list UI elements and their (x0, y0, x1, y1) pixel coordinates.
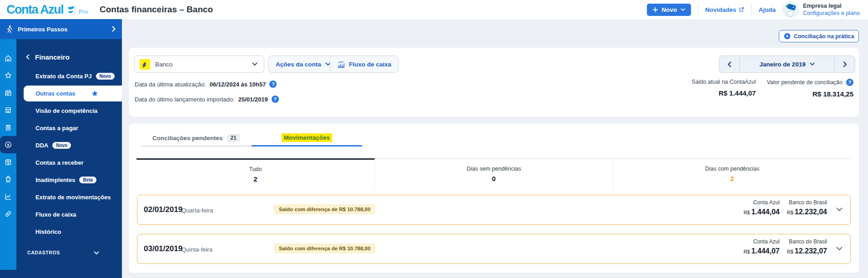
favorite-star-icon[interactable] (91, 90, 98, 97)
sidebar-item-extrato-movimentacoes[interactable]: Extrato de movimentações (16, 188, 122, 206)
saldo-atual-column: Saldo atual na ContaAzul R$ 1.444,07 (691, 79, 756, 98)
fluxo-label: Fluxo de caixa (349, 61, 391, 68)
conta-azul-label: Conta Azul (753, 238, 780, 245)
sidebar-item-contas-receber[interactable]: Contas a receber (16, 154, 122, 171)
rail-star-icon[interactable] (0, 67, 16, 84)
logo-pro-badge: Pro (79, 9, 88, 15)
row-weekday: Quinta-feira (182, 246, 212, 253)
chevron-right-icon[interactable] (112, 26, 116, 32)
top-header: Conta Azul Pro Contas financeiras – Banc… (0, 0, 868, 19)
sidebar-item-visao-competencia[interactable]: Visão de competência (16, 102, 122, 119)
fluxo-de-caixa-button[interactable]: Fluxo de caixa (330, 56, 399, 73)
help-icon[interactable]: ? (846, 79, 853, 86)
divider (698, 4, 698, 15)
month-select[interactable]: Janeiro de 2019 (740, 56, 834, 72)
svg-text:$: $ (7, 143, 10, 147)
rail-clipboard-icon[interactable] (0, 119, 16, 136)
days-filter-strip: Tudo 2 Dias sem pendências 0 Dias com pe… (136, 158, 851, 189)
beta-badge: Beta (79, 177, 96, 183)
ajuda-label: Ajuda (758, 6, 776, 13)
page-title: Contas financeiras – Banco (100, 5, 213, 15)
conta-azul-balance: Conta Azul R$1.444,07 (743, 238, 779, 255)
movements-card: Conciliações pendentes 21 Movimentações … (129, 124, 859, 273)
banco-do-brasil-label: Banco do Brasil (789, 238, 827, 245)
last-update-value: 06/12/2024 às 10h57 (210, 81, 266, 88)
sidebar-item-extrato-conta-pj[interactable]: Extrato da Conta PJ Novo (16, 67, 122, 85)
currency: R$ (743, 249, 750, 254)
filter-dias-sem-pendencias[interactable]: Dias sem pendências 0 (375, 158, 613, 189)
row-balances: Conta Azul R$1.444,04 Banco do Brasil R$… (743, 199, 827, 216)
novidades-link[interactable]: Novidades (705, 6, 744, 13)
sidebar-menu: Financeiro Extrato da Conta PJ Novo Outr… (16, 39, 122, 278)
logo-text: Conta Azul (6, 3, 63, 17)
item-label: Outras contas (35, 90, 75, 97)
novo-button[interactable]: Novo (647, 4, 691, 16)
company-name: Empresa legal (803, 3, 842, 9)
cash-flow-chart-icon (337, 61, 345, 68)
filter-tudo[interactable]: Tudo 2 (136, 158, 375, 189)
rail-link-icon[interactable] (0, 205, 16, 222)
filter-dias-com-pendencias[interactable]: Dias com pendências 2 (613, 158, 851, 189)
header-actions: Novo Novidades Ajuda Empresa legal Confi… (647, 1, 860, 18)
expand-chevron-icon[interactable] (836, 247, 843, 251)
sidebar-item-inadimplentes[interactable]: Inadimplentes Beta (16, 171, 122, 188)
sidebar-item-fluxo-caixa[interactable]: Fluxo de caixa (16, 206, 122, 223)
settings-link[interactable]: Configurações e plano (803, 10, 860, 16)
novidades-label: Novidades (705, 6, 736, 13)
account-texts: Empresa legal Configurações e plano (803, 3, 860, 16)
sidebar-section-financeiro[interactable]: Financeiro (16, 51, 122, 63)
next-month-button[interactable] (834, 56, 855, 72)
primeiros-passos-banner[interactable]: Primeiros Passos (0, 19, 122, 39)
svg-text:$: $ (7, 162, 9, 165)
rail-store-icon[interactable] (0, 101, 16, 119)
last-import-line: Data do último lançamento importado: 25/… (135, 96, 279, 103)
rail-calendar-dollar-icon[interactable]: $ (0, 153, 16, 171)
currency: R$ (787, 249, 793, 254)
leaf-icon (66, 6, 76, 15)
day-row-03-01-2019[interactable]: 03/01/2019 Quinta-feira Saldo com difere… (137, 234, 851, 264)
rail-chart-line-icon[interactable] (0, 188, 16, 205)
conciliacao-label: Conciliação na prática (794, 33, 854, 40)
expand-chevron-icon[interactable] (836, 207, 843, 212)
amount: 12.232,07 (795, 247, 827, 255)
sidebar-item-historico[interactable]: Histórico (16, 223, 122, 240)
month-navigator: Janeiro de 2019 (719, 56, 855, 73)
tab-label: Conciliações pendentes (152, 135, 223, 142)
account-toolbar-card: Banco Ações da conta Fluxo de caixa Jane… (129, 48, 859, 117)
day-row-02-01-2019[interactable]: 02/01/2019 Quarta-feira Saldo com difere… (137, 195, 851, 225)
help-icon[interactable]: ? (272, 96, 279, 103)
acoes-da-conta-button[interactable]: Ações da conta (268, 56, 338, 73)
tab-movimentacoes[interactable]: Movimentações (252, 130, 362, 147)
item-label: Contas a pagar (35, 125, 78, 131)
pending-count-badge: 21 (227, 134, 240, 142)
sidebar-item-outras-contas[interactable]: Outras contas (24, 86, 122, 101)
chevron-down-icon (94, 251, 99, 255)
banco-do-brasil-label: Banco do Brasil (789, 199, 827, 206)
filter-count: 2 (253, 175, 257, 183)
external-link-icon (739, 7, 744, 12)
rail-cart-icon[interactable] (0, 171, 16, 188)
bank-account-select[interactable]: Banco (134, 56, 264, 73)
contaazul-logo[interactable]: Conta Azul Pro (6, 3, 88, 17)
conta-azul-label: Conta Azul (753, 199, 780, 206)
previous-month-button[interactable] (719, 56, 740, 72)
rail-home-icon[interactable] (0, 50, 16, 67)
rail-dollar-icon[interactable]: $ (0, 136, 16, 153)
conciliacao-na-pratica-button[interactable]: Conciliação na prática (779, 30, 859, 42)
currency: R$ (787, 210, 793, 215)
sidebar-section-cadastros[interactable]: CADASTROS (16, 248, 122, 258)
row-date: 02/01/2019 (144, 205, 182, 214)
conta-azul-balance: Conta Azul R$1.444,04 (743, 199, 779, 216)
last-import-value: 25/01/2019 (238, 96, 268, 103)
amount: 12.232,04 (795, 208, 827, 216)
sidebar-item-dda[interactable]: DDA Novo (16, 136, 122, 154)
account-menu[interactable]: Empresa legal Configurações e plano (782, 1, 860, 18)
tab-conciliacoes-pendentes[interactable]: Conciliações pendentes 21 (141, 130, 252, 147)
last-update-line: Data da última atualização: 06/12/2024 à… (135, 81, 277, 88)
section-title: Financeiro (35, 53, 70, 61)
saldo-atual-value: R$ 1.444,07 (719, 89, 756, 97)
rail-cash-register-icon[interactable] (0, 84, 16, 101)
ajuda-link[interactable]: Ajuda (758, 6, 776, 13)
sidebar-item-contas-pagar[interactable]: Contas a pagar (16, 119, 122, 136)
help-icon[interactable]: ? (269, 81, 277, 88)
